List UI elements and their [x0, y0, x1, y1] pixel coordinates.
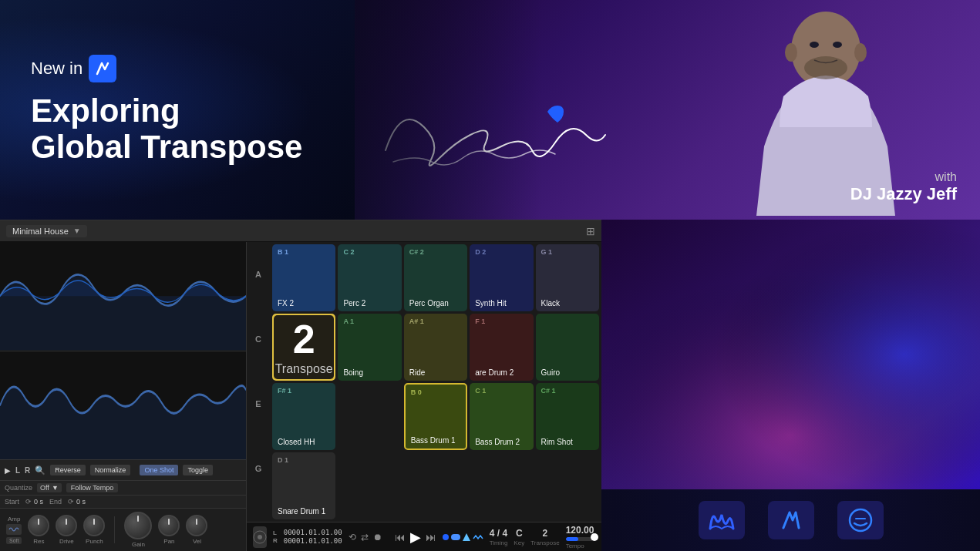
- fast-forward-button[interactable]: ⏭: [426, 531, 436, 543]
- pad-d1[interactable]: D 1 Snare Drum 1: [272, 452, 335, 519]
- punch-knob[interactable]: [83, 515, 105, 536]
- play-small-icon[interactable]: ▶: [5, 466, 11, 475]
- new-in-badge: New in: [31, 55, 324, 82]
- waveform-top: [0, 242, 246, 351]
- toggle-button[interactable]: Toggle: [183, 465, 213, 475]
- daw-main-area: ▶ L R 🔍 Reverse Normalize One Shot Toggl…: [0, 242, 601, 551]
- end-label: End: [49, 498, 62, 506]
- daw-topbar: Minimal House ▼ ⊞: [0, 220, 601, 242]
- drive-knob[interactable]: [56, 515, 77, 536]
- normalize-button[interactable]: Normalize: [90, 465, 131, 475]
- transpose-value: 2: [543, 528, 548, 539]
- quantize-select[interactable]: Off ▼: [37, 483, 62, 492]
- pad-grid: B 1 FX 2 C 2 Perc 2 C# 2 Perc Organ D: [270, 242, 601, 522]
- tempo-value: 120.00: [566, 525, 594, 536]
- lr-indicators: L R: [273, 529, 278, 544]
- artist-name: DJ Jazzy Jeff: [850, 184, 957, 204]
- record-icon[interactable]: ⏺: [373, 532, 382, 543]
- progress-bar[interactable]: [566, 537, 594, 541]
- one-shot-button[interactable]: One Shot: [140, 465, 178, 475]
- r-indicator: R: [273, 537, 278, 544]
- position-top: 00001.01.01.00: [284, 529, 342, 536]
- knobs-area: Amp Soft Res: [0, 509, 246, 551]
- quantize-label: Quantize: [5, 484, 32, 492]
- transport-icons: ⟲ ⇄ ⏺: [349, 532, 382, 543]
- pan-label: Pan: [163, 538, 174, 545]
- res-knob[interactable]: [28, 515, 49, 536]
- punch-label: Punch: [86, 538, 103, 545]
- pad-e-drum2[interactable]: F 1 are Drum 2: [470, 314, 533, 381]
- key-label: Key: [514, 539, 524, 546]
- daw-controls-row: ▶ L R 🔍 Reverse Normalize One Shot Toggl…: [0, 460, 246, 481]
- dot-1: [443, 534, 449, 540]
- pad-cs1[interactable]: C# 1 Rim Shot: [536, 383, 599, 450]
- pan-knob[interactable]: [158, 515, 180, 536]
- reverse-button[interactable]: Reverse: [50, 465, 86, 475]
- pad-d2[interactable]: D 2 Synth Hit: [470, 244, 533, 311]
- indicator-dots: [443, 533, 483, 542]
- drive-label: Drive: [59, 538, 74, 545]
- grid-options-icon[interactable]: ⊞: [586, 225, 595, 237]
- transport-bar: L R 00001.01.01.00 00001.01.01.00 ⟲ ⇄ ⏺ …: [247, 522, 601, 551]
- key-block: C Key: [514, 528, 524, 546]
- magnify-icon[interactable]: 🔍: [35, 465, 45, 475]
- pad-c1[interactable]: C 1 Bass Drum 2: [470, 383, 533, 450]
- pad-grid-panel: A C E G B 1 FX 2 C 2 P: [247, 242, 601, 551]
- triangle-shape: [463, 533, 470, 541]
- end-value[interactable]: ⟳ 0 s: [68, 498, 86, 506]
- start-end-row: Start ⟳ 0 s End ⟳ 0 s: [0, 496, 246, 509]
- svg-point-9: [258, 535, 262, 539]
- loop-icon[interactable]: ⟲: [349, 532, 356, 543]
- timing-label: Timing: [490, 539, 508, 546]
- r-label: R: [25, 466, 30, 475]
- pad-b0[interactable]: B 0 Bass Drum 1: [404, 383, 467, 450]
- res-label: Res: [33, 538, 44, 545]
- sync-icon[interactable]: ⇄: [361, 532, 369, 543]
- brand-logo-1[interactable]: [699, 501, 745, 539]
- vel-knob[interactable]: [186, 515, 207, 536]
- follow-tempo-select[interactable]: Follow Tempo: [66, 483, 118, 492]
- transpose-text: Transpose: [275, 362, 333, 376]
- rewind-button[interactable]: ⏮: [395, 531, 406, 543]
- row-label-c: C: [247, 307, 270, 371]
- zigzag-shape: [473, 533, 483, 542]
- brand-logo-2[interactable]: [768, 501, 814, 539]
- pad-c2[interactable]: C 2 Perc 2: [338, 244, 401, 311]
- pad-a1[interactable]: A 1 Boing: [338, 314, 401, 381]
- artist-credit: with DJ Jazzy Jeff: [850, 170, 957, 204]
- amp-label: Amp: [8, 516, 20, 522]
- pad-b1[interactable]: B 1 FX 2: [272, 244, 335, 311]
- pad-as1[interactable]: A# 1 Ride: [404, 314, 467, 381]
- svg-point-13: [850, 509, 871, 531]
- l-indicator: L: [273, 529, 278, 536]
- gain-label: Gain: [132, 541, 145, 548]
- promo-title: Exploring Global Transpose: [31, 93, 324, 164]
- light-effects: [601, 220, 980, 489]
- preset-selector[interactable]: Minimal House ▼: [6, 225, 87, 237]
- start-value[interactable]: ⟳ 0 s: [25, 498, 43, 506]
- gain-knob[interactable]: [124, 512, 152, 539]
- pad-cs2[interactable]: C# 2 Perc Organ: [404, 244, 467, 311]
- daw-left-panel: ▶ L R 🔍 Reverse Normalize One Shot Toggl…: [0, 242, 247, 551]
- transpose-number: 2: [293, 319, 315, 359]
- l-label: L: [15, 466, 20, 475]
- timing-block: 4 / 4 Timing: [490, 528, 508, 546]
- tempo-block: 120.00 Tempo: [566, 525, 594, 549]
- brand-logos-bar: [601, 489, 980, 551]
- pad-guiro[interactable]: Guiro: [536, 314, 599, 381]
- progress-fill: [566, 537, 579, 541]
- soft-button[interactable]: Soft: [6, 537, 22, 544]
- right-photo-bg: [601, 220, 980, 489]
- wave-shape: [451, 534, 460, 540]
- play-button[interactable]: ▶: [410, 529, 421, 546]
- row-labels: A C E G: [247, 242, 270, 522]
- brand-logo-3[interactable]: [837, 501, 884, 539]
- pad-g1[interactable]: G 1 Klack: [536, 244, 599, 311]
- row-label-a: A: [247, 242, 270, 307]
- pad-fs1[interactable]: F# 1 Closed HH: [272, 383, 335, 450]
- daw-logo: [253, 526, 267, 548]
- start-label: Start: [5, 498, 19, 506]
- preset-name: Minimal House: [12, 227, 69, 236]
- with-label: with: [850, 170, 957, 184]
- pad-gs1[interactable]: 2 Transpose: [272, 314, 335, 381]
